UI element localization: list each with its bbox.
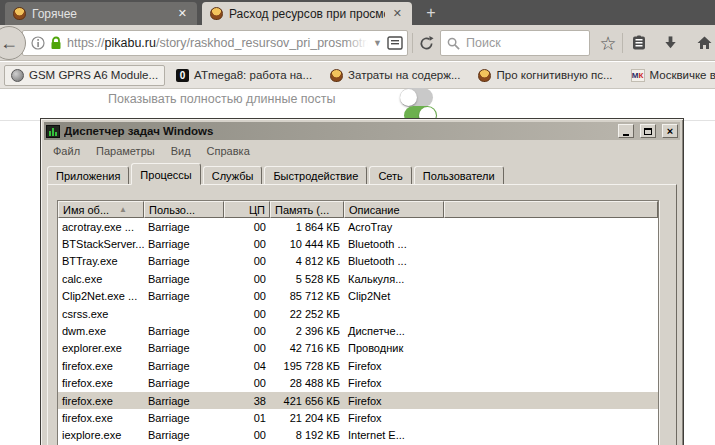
process-row[interactable]: dwm.exeBarriage002 396 КБДиспетче...: [58, 322, 658, 339]
bookmark-item[interactable]: 0ATmega8: работа на...: [169, 65, 319, 86]
page-info-icon[interactable]: [31, 36, 45, 50]
process-name: iexplore.exe: [58, 429, 144, 441]
menu-item[interactable]: Параметры: [88, 143, 163, 159]
toggle-knob: [400, 89, 417, 106]
process-cpu: 00: [224, 308, 270, 320]
bookmark-item[interactable]: Про когнитивную пс...: [471, 65, 619, 86]
bookmark-label: Москвичке выстрел...: [650, 69, 715, 81]
taskman-tab[interactable]: Приложения: [47, 166, 129, 185]
process-user: Barriage: [144, 377, 224, 389]
menu-item[interactable]: Вид: [163, 143, 199, 159]
downloads-button[interactable]: [658, 31, 682, 55]
back-arrow-icon: ←: [0, 33, 18, 54]
url-domain: pikabu.ru: [105, 36, 156, 50]
process-name: firefox.exe: [58, 412, 144, 424]
bookmark-label: GSM GPRS A6 Module...: [29, 69, 158, 81]
reload-button[interactable]: [414, 31, 438, 55]
column-header[interactable]: Описание: [344, 201, 444, 218]
process-mem: 22 252 КБ: [270, 308, 344, 320]
process-row[interactable]: Clip2Net.exe ...Barriage0085 712 КБClip2…: [58, 288, 658, 305]
taskman-title-bar[interactable]: Диспетчер задач Windows ×: [44, 122, 680, 140]
process-row[interactable]: firefox.exeBarriage0121 204 КБFirefox: [58, 409, 658, 426]
close-button[interactable]: ×: [662, 124, 678, 138]
process-user: Barriage: [144, 325, 224, 337]
tab-close-icon[interactable]: ✕: [391, 7, 404, 20]
home-button[interactable]: [692, 31, 715, 55]
tab-title: Расход ресурсов при просмотр: [229, 7, 385, 21]
process-listview[interactable]: Имя об...▲Пользо...ЦППамять (...Описание…: [57, 200, 659, 445]
sort-asc-icon: ▲: [119, 205, 127, 214]
process-mem: 85 712 КБ: [270, 290, 344, 302]
processes-tab-page: Имя об...▲Пользо...ЦППамять (...Описание…: [47, 184, 677, 445]
taskman-tab[interactable]: Процессы: [131, 163, 200, 185]
process-cpu: 00: [224, 238, 270, 250]
bookmark-star-button[interactable]: ☆: [596, 31, 620, 55]
https-lock-icon[interactable]: [50, 36, 62, 50]
search-box[interactable]: [440, 30, 590, 56]
process-cpu: 00: [224, 255, 270, 267]
column-header-label: ЦП: [249, 204, 265, 216]
column-header-label: Описание: [349, 204, 400, 216]
task-manager-app-icon: [46, 125, 60, 138]
task-manager-window: Диспетчер задач Windows × ФайлПараметрыВ…: [40, 118, 684, 445]
taskman-tab[interactable]: Сеть: [369, 166, 411, 185]
bookmark-item[interactable]: Затраты на содерж...: [323, 65, 467, 86]
menu-item[interactable]: Файл: [45, 143, 88, 159]
process-cpu: 00: [224, 342, 270, 354]
process-row[interactable]: firefox.exeBarriage38421 656 КБFirefox: [58, 392, 658, 409]
process-row[interactable]: csrss.exe0022 252 КБ: [58, 305, 658, 322]
process-row[interactable]: BTStackServer...Barriage0010 444 КБBluet…: [58, 235, 658, 252]
menu-item[interactable]: Справка: [199, 143, 258, 159]
process-desc: AcroTray: [344, 221, 444, 233]
minimize-button[interactable]: [618, 124, 634, 138]
process-user: Barriage: [144, 238, 224, 250]
library-icon: [631, 35, 647, 51]
process-cpu: 38: [224, 395, 270, 407]
process-name: Clip2Net.exe ...: [58, 290, 144, 302]
column-header[interactable]: Имя об...▲: [58, 201, 144, 218]
process-row[interactable]: iexplore.exeBarriage008 192 КБInternet E…: [58, 427, 658, 444]
maximize-button[interactable]: [640, 124, 656, 138]
search-input[interactable]: [466, 36, 583, 50]
taskman-tab[interactable]: Быстродействие: [264, 166, 367, 185]
process-cpu: 04: [224, 360, 270, 372]
taskman-tab[interactable]: Службы: [203, 166, 263, 185]
browser-tab[interactable]: Горячее✕: [5, 2, 197, 25]
tab-close-icon[interactable]: ✕: [176, 7, 189, 20]
avr-chip-icon: 0: [176, 69, 189, 82]
pikabu-muffin-icon: [210, 7, 223, 20]
process-row[interactable]: firefox.exeBarriage0028 488 КБFirefox: [58, 375, 658, 392]
pikabu-muffin-icon: [13, 7, 26, 20]
url-path: /story/raskhod_resursov_pri_prosmotre_p: [156, 36, 368, 50]
column-header[interactable]: [444, 201, 658, 218]
taskman-tab[interactable]: Пользователи: [414, 166, 504, 185]
process-row[interactable]: acrotray.exe ...Barriage001 864 КБAcroTr…: [58, 218, 658, 235]
url-bar[interactable]: https://pikabu.ru/story/raskhod_resursov…: [22, 30, 408, 56]
library-button[interactable]: [627, 31, 651, 55]
reader-mode-icon[interactable]: [387, 36, 403, 50]
new-tab-button[interactable]: +: [418, 3, 444, 24]
close-icon: ×: [667, 126, 673, 137]
url-text[interactable]: https://pikabu.ru/story/raskhod_resursov…: [67, 36, 368, 50]
browser-tab[interactable]: Расход ресурсов при просмотр✕: [202, 2, 412, 25]
globe-icon: [11, 69, 24, 82]
navigation-toolbar: ← https://pikabu.ru/story/raskhod_resurs…: [0, 25, 715, 61]
reload-icon: [419, 36, 434, 51]
process-user: Barriage: [144, 342, 224, 354]
urlbar-dropdown-icon[interactable]: ▼: [373, 38, 382, 48]
process-row[interactable]: calc.exeBarriage005 528 КБКалькуля...: [58, 270, 658, 287]
column-header-label: Имя об...: [63, 204, 109, 216]
maximize-icon: [644, 128, 652, 135]
column-header[interactable]: Пользо...: [144, 201, 224, 218]
bookmark-item[interactable]: МКМосквичке выстрел...: [624, 65, 715, 86]
column-header[interactable]: Память (...: [270, 201, 344, 218]
process-row[interactable]: BTTray.exeBarriage004 812 КБBluetooth ..…: [58, 253, 658, 270]
process-row[interactable]: firefox.exeBarriage04195 728 КБFirefox: [58, 357, 658, 374]
column-header[interactable]: ЦП: [224, 201, 270, 218]
long-posts-toggle[interactable]: [400, 88, 433, 107]
process-name: firefox.exe: [58, 395, 144, 407]
process-mem: 8 192 КБ: [270, 429, 344, 441]
process-row[interactable]: explorer.exeBarriage0042 716 КБПроводник: [58, 340, 658, 357]
bookmark-item[interactable]: GSM GPRS A6 Module...: [4, 65, 165, 86]
process-mem: 1 864 КБ: [270, 221, 344, 233]
